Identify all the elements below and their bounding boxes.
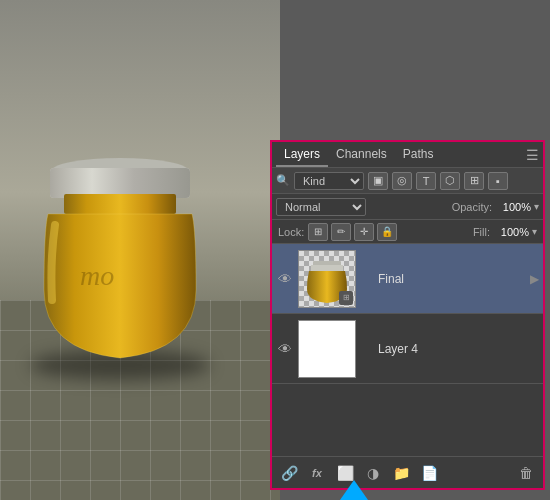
layer-item-layer4[interactable]: 👁 Layer 4 <box>272 314 543 384</box>
delete-button[interactable]: 🗑 <box>515 462 537 484</box>
search-icon: 🔍 <box>276 174 290 187</box>
arrow-indicator <box>340 480 368 500</box>
layer-arrow-final: ▶ <box>530 272 539 286</box>
tab-paths[interactable]: Paths <box>395 143 442 167</box>
layers-list: 👁 ⊞ <box>272 244 543 456</box>
lock-pixels-icon[interactable]: ⊞ <box>308 223 328 241</box>
layer-eye-layer4[interactable]: 👁 <box>276 341 294 357</box>
opacity-arrow-icon[interactable]: ▾ <box>534 201 539 212</box>
layer-thumb-layer4 <box>298 320 356 378</box>
blend-mode-row: Normal Opacity: 100% ▾ <box>272 194 543 220</box>
filter-pixel-icon[interactable]: ▣ <box>368 172 388 190</box>
layer-eye-final[interactable]: 👁 <box>276 271 294 287</box>
lock-all-icon[interactable]: 🔒 <box>377 223 397 241</box>
layers-panel: Layers Channels Paths ☰ 🔍 Kind ▣ ◎ T ⬡ ⊞… <box>270 140 545 490</box>
layer-thumb-final: ⊞ <box>298 250 356 308</box>
lock-move-icon[interactable]: ✛ <box>354 223 374 241</box>
smart-object-badge: ⊞ <box>339 291 353 305</box>
layer-link-icon <box>360 250 374 308</box>
layer-item-final[interactable]: 👁 ⊞ <box>272 244 543 314</box>
filter-row: 🔍 Kind ▣ ◎ T ⬡ ⊞ ▪ <box>272 168 543 194</box>
fill-label: Fill: <box>473 226 490 238</box>
lock-row: Lock: ⊞ ✏ ✛ 🔒 Fill: 100% ▾ <box>272 220 543 244</box>
svg-rect-3 <box>64 194 176 214</box>
lock-draw-icon[interactable]: ✏ <box>331 223 351 241</box>
opacity-value[interactable]: 100% <box>495 201 531 213</box>
layer-name-final: Final <box>378 272 526 286</box>
lock-icons: ⊞ ✏ ✛ 🔒 <box>308 223 397 241</box>
filter-text-icon[interactable]: T <box>416 172 436 190</box>
filter-kind-select[interactable]: Kind <box>294 172 364 190</box>
layer-name-layer4: Layer 4 <box>378 342 539 356</box>
layer-link-icon-layer4 <box>360 320 374 378</box>
fill-value[interactable]: 100% <box>493 226 529 238</box>
svg-rect-2 <box>50 168 190 198</box>
fx-button[interactable]: fx <box>306 462 328 484</box>
jar-image: mo <box>20 130 220 390</box>
bottom-toolbar: 🔗 fx ⬜ ◑ 📁 📄 🗑 <box>272 456 543 488</box>
lock-label: Lock: <box>278 226 304 238</box>
new-layer-button[interactable]: 📄 <box>418 462 440 484</box>
filter-shape-icon[interactable]: ⬡ <box>440 172 460 190</box>
fill-group: Fill: 100% ▾ <box>473 226 537 238</box>
tabs-row: Layers Channels Paths ☰ <box>272 142 543 168</box>
filter-smartobj-icon[interactable]: ⊞ <box>464 172 484 190</box>
blend-mode-select[interactable]: Normal <box>276 198 366 216</box>
folder-button[interactable]: 📁 <box>390 462 412 484</box>
link-button[interactable]: 🔗 <box>278 462 300 484</box>
opacity-label: Opacity: <box>452 201 492 213</box>
fill-arrow-icon[interactable]: ▾ <box>532 226 537 237</box>
filter-extra-icon[interactable]: ▪ <box>488 172 508 190</box>
svg-rect-6 <box>311 265 343 271</box>
tab-layers[interactable]: Layers <box>276 143 328 167</box>
opacity-group: Opacity: 100% ▾ <box>452 201 539 213</box>
tab-channels[interactable]: Channels <box>328 143 395 167</box>
panel-menu-icon[interactable]: ☰ <box>526 147 539 163</box>
filter-adjustment-icon[interactable]: ◎ <box>392 172 412 190</box>
svg-text:mo: mo <box>80 260 114 291</box>
